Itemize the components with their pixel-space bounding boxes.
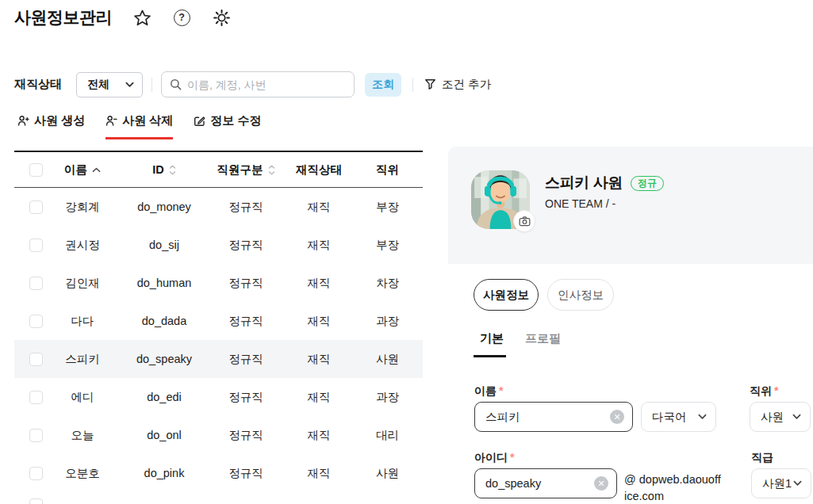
cell-status: 재직 (286, 276, 352, 291)
settings-gear-icon[interactable] (212, 8, 231, 27)
cell-id: do_human (122, 277, 206, 289)
section-button-employee-info[interactable]: 사원정보 (474, 279, 539, 311)
search-box (161, 71, 355, 97)
subtab-basic[interactable]: 기본 (480, 331, 504, 346)
required-mark: * (774, 384, 778, 397)
name-field: ✕ (474, 402, 633, 432)
cell-status: 재직 (286, 390, 352, 405)
camera-icon (519, 216, 531, 227)
clear-id-icon[interactable]: ✕ (594, 476, 608, 491)
cell-position: 부장 (352, 238, 423, 253)
column-header-name[interactable]: 이름 (43, 162, 122, 178)
language-select[interactable]: 다국어 (641, 402, 716, 432)
cell-position: 대리 (352, 428, 423, 443)
row-checkbox[interactable] (29, 498, 43, 504)
name-input[interactable] (485, 410, 607, 423)
cell-id: do_dada (122, 315, 206, 327)
name-field-label: 이름* (474, 384, 503, 399)
column-header-id[interactable]: ID (122, 163, 206, 176)
table-row[interactable]: 오분호do_pink정규직재직사원 (14, 454, 423, 492)
profile-avatar (471, 170, 530, 229)
row-checkbox[interactable] (29, 429, 43, 442)
cell-position: 과장 (352, 314, 423, 329)
cell-id: do_money (122, 200, 206, 213)
subtab-active-underline (474, 355, 506, 357)
cell-type: 정규직 (206, 466, 286, 481)
cell-position: 사원 (352, 466, 423, 481)
help-icon[interactable]: ? (172, 8, 191, 27)
employee-info-app: 사원정보관리 ? 재직상태 전체 (0, 0, 813, 504)
table-body: 강회계do_money정규직재직부장권시정do_sij정규직재직부장김인재do_… (14, 188, 423, 492)
person-plus-icon (17, 115, 29, 127)
clear-name-icon[interactable]: ✕ (610, 410, 624, 424)
position-field-label: 직위* (750, 384, 778, 399)
column-header-type[interactable]: 직원구분 (206, 162, 286, 178)
grade-field-label: 직급 (751, 451, 773, 465)
row-checkbox[interactable] (29, 391, 43, 404)
table-row[interactable]: 스피키do_speaky정규직재직사원 (14, 340, 423, 378)
row-checkbox[interactable] (29, 200, 43, 214)
divider (151, 78, 152, 92)
chevron-down-icon (698, 414, 707, 420)
id-field-label: 아이디* (474, 451, 514, 465)
search-button[interactable]: 조회 (365, 73, 401, 97)
row-checkbox[interactable] (29, 277, 43, 290)
filter-bar: 재직상태 전체 조회 조건 추가 (14, 71, 491, 97)
divider (412, 78, 413, 92)
search-input[interactable] (187, 78, 346, 91)
table-row[interactable]: 강회계do_money정규직재직부장 (14, 188, 423, 226)
employee-table: 이름 ID 직원구분 재직상태 직위 강회계do_money정규직재직부장권시정… (14, 151, 423, 504)
status-filter-select[interactable]: 전체 (76, 72, 143, 97)
cell-name: 오분호 (43, 466, 122, 481)
cell-type: 정규직 (206, 428, 286, 443)
id-input[interactable] (485, 477, 591, 490)
column-header-position: 직위 (352, 162, 423, 178)
filter-funnel-icon (424, 78, 436, 90)
required-mark: * (510, 451, 514, 464)
position-select[interactable]: 사원 (750, 402, 811, 432)
tab-edit-info[interactable]: 정보 수정 (194, 113, 261, 139)
employee-detail-panel: 스피키 사원 정규 ONE TEAM / - 사원정보 인사정보 기본 프로필 … (448, 147, 813, 504)
cell-type: 정규직 (206, 276, 286, 291)
select-all-checkbox[interactable] (29, 163, 43, 177)
row-checkbox[interactable] (29, 315, 43, 328)
chevron-down-icon (793, 480, 802, 487)
cell-id: do_edi (122, 391, 206, 403)
cell-id: do_speaky (122, 353, 206, 365)
status-filter-label: 재직상태 (14, 77, 62, 92)
section-button-hr-info[interactable]: 인사정보 (547, 279, 614, 311)
table-row[interactable]: 오늘do_onl정규직재직대리 (14, 416, 423, 454)
search-icon (170, 78, 182, 90)
row-checkbox[interactable] (29, 353, 43, 366)
required-mark: * (499, 384, 503, 397)
cell-status: 재직 (286, 314, 352, 329)
sort-asc-icon (92, 167, 101, 173)
row-checkbox[interactable] (29, 467, 43, 480)
row-checkbox[interactable] (29, 239, 43, 252)
table-row[interactable]: 에디do_edi정규직재직과장 (14, 378, 423, 416)
person-minus-icon (105, 115, 117, 127)
cell-id: do_pink (122, 467, 206, 479)
cell-id: do_sij (122, 239, 206, 251)
cell-name: 에디 (43, 390, 122, 405)
change-photo-button[interactable] (513, 210, 535, 232)
tab-delete-employee[interactable]: 사원 삭제 (105, 113, 173, 139)
favorite-star-icon[interactable] (132, 8, 151, 27)
cell-name: 스피키 (43, 352, 122, 367)
tab-create-employee[interactable]: 사원 생성 (17, 113, 85, 139)
sort-both-icon (268, 165, 275, 175)
subtab-profile[interactable]: 프로필 (525, 331, 561, 346)
chevron-down-icon (125, 82, 134, 88)
cell-type: 정규직 (206, 390, 286, 405)
table-row-partial[interactable] (14, 492, 423, 504)
grade-select[interactable]: 사원1 (751, 468, 811, 498)
table-row[interactable]: 다다do_dada정규직재직과장 (14, 302, 423, 340)
page-title: 사원정보관리 (14, 6, 112, 29)
add-condition-button[interactable]: 조건 추가 (424, 77, 491, 92)
table-row[interactable]: 권시정do_sij정규직재직부장 (14, 226, 423, 264)
chevron-down-icon (792, 414, 801, 420)
sort-both-icon (169, 165, 176, 175)
table-row[interactable]: 김인재do_human정규직재직차장 (14, 264, 423, 302)
cell-name: 다다 (43, 314, 122, 329)
cell-position: 부장 (352, 200, 423, 215)
